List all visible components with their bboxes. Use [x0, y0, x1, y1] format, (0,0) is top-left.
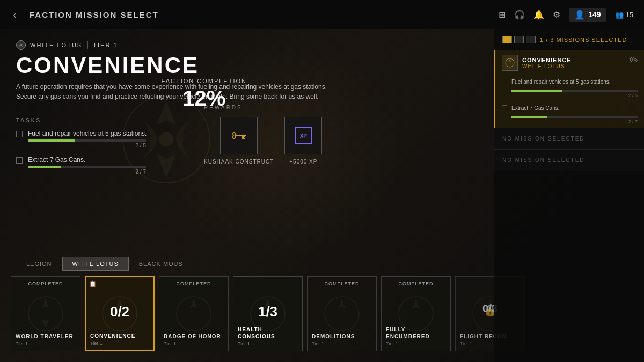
card-fully-encumbered[interactable]: COMPLETED FULLY ENCUMBERED Tier 1: [381, 276, 451, 351]
task-progress-bar-1: [28, 139, 146, 142]
selected-mission-info-1: CONVENIENCE 0% WHITE LOTUS: [522, 57, 638, 69]
selected-mission-percent-1: 0%: [630, 57, 638, 63]
task-progress-fill-1b: [511, 116, 547, 118]
task-text-small-1a: Fuel and repair vehicles at 5 gas statio…: [511, 78, 611, 86]
xp-icon: 👥: [615, 11, 624, 19]
back-button[interactable]: ‹: [0, 0, 30, 29]
task-progress-text-1: 2 / 5: [28, 143, 146, 149]
no-mission-text-3: NO MISSION SELECTED: [502, 157, 636, 163]
xp-display: 👥 15: [615, 11, 633, 19]
main-content: ◎ WHITE LOTUS | TIER 1 CONVENIENCE A fut…: [0, 29, 494, 362]
avatar-icon: 👤: [574, 10, 585, 20]
selected-mission-task-1b: Extract 7 Gas Cans.: [495, 101, 644, 114]
mission-slot-2: [514, 36, 524, 43]
xp-reward-icon: XP: [295, 127, 312, 144]
page-title: FACTION MISSION SELECT: [30, 10, 159, 19]
mission-slot-1: [502, 36, 512, 43]
xp-reward-box: XP: [284, 117, 322, 154]
card-tier-7: Tier 1: [460, 341, 472, 346]
header: ‹ FACTION MISSION SELECT ⊞ 🎧 🔔 ⚙ 👤 149 👥…: [0, 0, 644, 29]
tier-label: TIER 1: [93, 42, 118, 48]
selected-mission-name-1: CONVENIENCE: [522, 57, 572, 63]
card-badge-of-honor[interactable]: COMPLETED BADGE OF HONOR Tier 1: [159, 276, 229, 351]
card-convenience[interactable]: 📋 0/2 CONVENIENCE Tier 1: [85, 276, 155, 351]
task-checkbox-2: [16, 157, 23, 164]
card-status-6: COMPLETED: [382, 281, 450, 286]
mission-cards: COMPLETED WORLD TRAVELER Tier 1 📋 0/2 CO…: [11, 276, 483, 351]
task-progress-fill-1a: [511, 90, 562, 92]
card-tier-6: Tier 1: [386, 341, 398, 346]
task-check-small-1a: [502, 79, 507, 84]
faction-name: WHITE LOTUS: [30, 42, 82, 48]
header-icons: ⊞ 🎧 🔔 ⚙ 👤 149 👥 15: [499, 8, 644, 22]
settings-icon[interactable]: ⚙: [553, 10, 560, 20]
currency-amount: 149: [588, 10, 601, 19]
reward-label-2: +5000 XP: [289, 159, 317, 165]
notifications-icon[interactable]: 🔔: [533, 10, 544, 20]
card-title-1: WORLD TRAVELER: [16, 333, 76, 340]
completion-label: FACTION COMPLETION: [162, 78, 247, 84]
no-mission-slot-2[interactable]: NO MISSION SELECTED: [494, 128, 644, 150]
tab-black-mous[interactable]: BLACK MOUS: [129, 257, 193, 271]
headset-icon[interactable]: 🎧: [514, 10, 525, 20]
faction-icon: ◎: [16, 40, 26, 50]
task-count-small-1a: 2 / 5: [495, 93, 644, 101]
task-progress-small-1b: [511, 116, 638, 118]
tab-white-lotus[interactable]: WHITE LOTUS: [62, 257, 129, 271]
task-text-small-1b: Extract 7 Gas Cans.: [511, 105, 559, 112]
card-tier-1: Tier 1: [16, 341, 28, 346]
card-title-5: DEMOLITIONS: [312, 333, 372, 340]
task-progress-small-1a: [511, 90, 638, 92]
card-title-4: HEALTH CONSCIOUS: [238, 326, 298, 340]
card-status-5: COMPLETED: [308, 281, 376, 286]
selected-mission-faction-1: WHITE LOTUS: [522, 63, 638, 69]
no-mission-slot-3[interactable]: NO MISSION SELECTED: [494, 150, 644, 171]
task-progress-text-2: 2 / 7: [28, 169, 146, 175]
card-status-3: COMPLETED: [159, 281, 228, 286]
card-world-traveler[interactable]: COMPLETED WORLD TRAVELER Tier 1: [11, 276, 80, 351]
card-title-2: CONVENIENCE: [90, 333, 149, 339]
card-health-conscious[interactable]: 1/3 HEALTH CONSCIOUS Tier 1: [233, 276, 303, 351]
completion-display: FACTION COMPLETION 12%: [162, 78, 247, 110]
task-count-small-1b: 2 / 7: [495, 119, 644, 128]
card-demolitions[interactable]: COMPLETED DEMOLITIONS Tier 1: [307, 276, 377, 351]
task-checkbox-1: [16, 131, 23, 137]
selected-mission-header-1: CONVENIENCE 0% WHITE LOTUS: [495, 50, 644, 75]
key-icon: 🗝: [231, 127, 247, 145]
currency-display: 👤 149: [569, 8, 606, 22]
card-status-1: COMPLETED: [11, 281, 80, 286]
rewards-section: REWARDS 🗝 KUSHAAK CONSTRUCT XP +5000 XP: [204, 105, 322, 165]
task-check-small-1b: [502, 105, 507, 110]
faction-tabs: LEGION WHITE LOTUS BLACK MOUS: [16, 257, 193, 271]
no-mission-text-2: NO MISSION SELECTED: [502, 136, 636, 142]
reward-label-1: KUSHAAK CONSTRUCT: [204, 159, 274, 165]
completion-percent: 12%: [162, 86, 247, 110]
card-count-2: 0/2: [86, 304, 153, 320]
card-title-3: BADGE OF HONOR: [164, 333, 224, 340]
card-tier-4: Tier 1: [238, 341, 250, 346]
task-progress-fill-2: [28, 166, 61, 168]
mission-slot-3: [526, 36, 536, 43]
card-tier-5: Tier 1: [312, 341, 324, 346]
breadcrumb-separator: |: [86, 40, 89, 50]
card-title-6: FULLY ENCUMBERED: [386, 326, 446, 340]
task-progress-bar-2: [28, 166, 146, 168]
task-progress-fill-1: [28, 139, 75, 142]
card-count-4: 1/3: [233, 304, 302, 320]
missions-count-text: 1 / 3 MISSIONS SELECTED: [540, 36, 627, 43]
mission-info: ◎ WHITE LOTUS | TIER 1 CONVENIENCE A fut…: [0, 29, 494, 107]
rewards-items: 🗝 KUSHAAK CONSTRUCT XP +5000 XP: [204, 117, 322, 165]
mission-slot-icons: [502, 36, 536, 43]
selected-mission-1[interactable]: CONVENIENCE 0% WHITE LOTUS Fuel and repa…: [494, 50, 644, 128]
breadcrumb: ◎ WHITE LOTUS | TIER 1: [16, 40, 478, 50]
grid-icon[interactable]: ⊞: [499, 10, 506, 20]
selected-mission-task-1a: Fuel and repair vehicles at 5 gas statio…: [495, 75, 644, 88]
selected-mission-icon-1: [502, 55, 518, 71]
reward-item-xp: XP +5000 XP: [284, 117, 322, 165]
reward-icon-box-1: 🗝: [220, 117, 258, 154]
right-panel: 1 / 3 MISSIONS SELECTED CONVENIENCE 0% W…: [494, 29, 644, 362]
card-tier-2: Tier 1: [90, 341, 103, 346]
reward-item-kushaak: 🗝 KUSHAAK CONSTRUCT: [204, 117, 274, 165]
card-tier-3: Tier 1: [164, 341, 176, 346]
tab-legion[interactable]: LEGION: [16, 257, 62, 271]
